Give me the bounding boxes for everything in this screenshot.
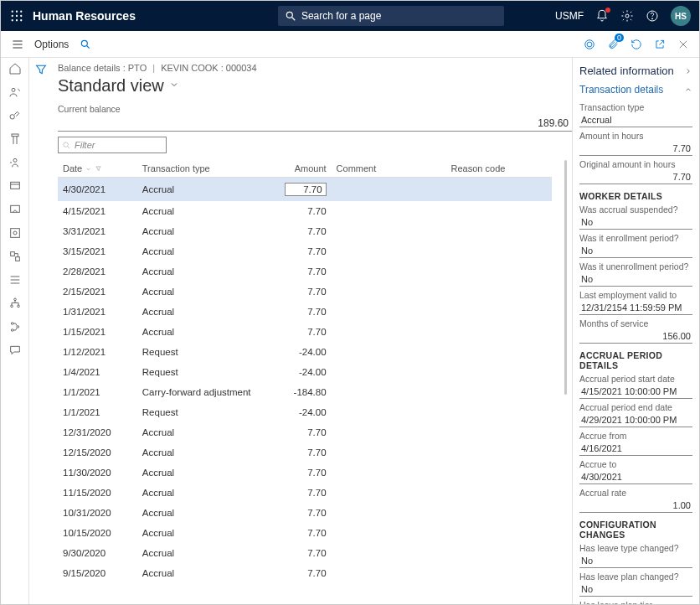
cell-date: 4/15/2021 <box>58 201 137 221</box>
svg-rect-29 <box>10 229 19 238</box>
cell-date: 11/15/2020 <box>58 483 137 503</box>
global-search-input[interactable]: Search for a page <box>278 6 504 26</box>
label-transaction-type: Transaction type <box>579 102 692 112</box>
cell-type: Accrual <box>137 322 270 342</box>
filter-pane-toggle[interactable] <box>29 58 53 604</box>
cell-comment <box>332 463 446 483</box>
nav-task-icon[interactable] <box>8 319 23 334</box>
col-transaction-type[interactable]: Transaction type <box>137 160 270 178</box>
page-title-row: Standard view <box>58 76 572 96</box>
cell-amount: 7.70 <box>270 563 332 583</box>
table-row[interactable]: 11/30/2020Accrual7.70 <box>58 463 552 483</box>
table-row[interactable]: 4/15/2021Accrual7.70 <box>58 201 552 221</box>
cell-type: Request <box>137 342 270 362</box>
table-row[interactable]: 4/30/2021Accrual7.70 <box>58 178 552 202</box>
current-balance-value: 189.60 <box>58 116 572 132</box>
nav-org-icon[interactable] <box>8 296 23 311</box>
cell-comment <box>332 282 446 302</box>
transactions-grid: Date Transaction type Amount Comment Rea… <box>58 160 552 583</box>
nav-list-icon[interactable] <box>8 272 23 287</box>
cell-amount: -24.00 <box>270 362 332 382</box>
company-code[interactable]: USMF <box>555 10 584 22</box>
nav-benefits-icon[interactable] <box>8 132 23 147</box>
cell-comment <box>332 342 446 362</box>
table-row[interactable]: 1/15/2021Accrual7.70 <box>58 322 552 342</box>
table-row[interactable]: 1/1/2021Request-24.00 <box>58 402 552 422</box>
svg-line-43 <box>68 146 69 147</box>
table-row[interactable]: 11/15/2020Accrual7.70 <box>58 483 552 503</box>
cell-type: Accrual <box>137 422 270 442</box>
hamburger-icon[interactable] <box>9 36 26 53</box>
table-row[interactable]: 10/15/2020Accrual7.70 <box>58 523 552 543</box>
action-pane: Options 0 <box>1 31 699 58</box>
table-row[interactable]: 1/1/2021Carry-forward adjustment-184.80 <box>58 382 552 402</box>
table-row[interactable]: 12/15/2020Accrual7.70 <box>58 442 552 463</box>
table-row[interactable]: 3/31/2021Accrual7.70 <box>58 221 552 241</box>
label-ap-start: Accrual period start date <box>579 374 692 384</box>
attachments-icon[interactable]: 0 <box>605 37 620 52</box>
transaction-details-section[interactable]: Transaction details <box>579 82 692 99</box>
related-info-header[interactable]: Related information <box>579 63 692 82</box>
label-orig-amount: Original amount in hours <box>579 159 692 169</box>
nav-leave-icon[interactable] <box>8 155 23 170</box>
col-reason[interactable]: Reason code <box>446 160 552 178</box>
value-ap-end: 4/29/2021 10:00:00 PM <box>579 413 692 427</box>
close-icon[interactable] <box>676 37 691 52</box>
table-row[interactable]: 12/31/2020Accrual7.70 <box>58 422 552 442</box>
cell-type: Request <box>137 402 270 422</box>
options-tab[interactable]: Options <box>34 39 69 50</box>
table-row[interactable]: 1/12/2021Request-24.00 <box>58 342 552 362</box>
svg-point-40 <box>11 329 13 332</box>
svg-point-38 <box>17 305 19 308</box>
table-row[interactable]: 1/4/2021Request-24.00 <box>58 362 552 382</box>
gear-icon[interactable] <box>620 9 634 23</box>
nav-personnel-icon[interactable] <box>8 85 23 100</box>
col-amount[interactable]: Amount <box>270 160 332 178</box>
cell-reason <box>446 302 552 322</box>
cell-comment <box>332 221 446 241</box>
nav-home-icon[interactable] <box>8 61 23 76</box>
svg-point-26 <box>13 158 17 162</box>
nav-links-icon[interactable] <box>8 249 23 264</box>
help-icon[interactable] <box>646 9 659 23</box>
cell-reason <box>446 282 552 302</box>
table-row[interactable]: 9/15/2020Accrual7.70 <box>58 563 552 583</box>
cell-reason <box>446 362 552 382</box>
refresh-icon[interactable] <box>629 37 644 52</box>
user-avatar[interactable]: HS <box>671 6 691 26</box>
cell-amount: 7.70 <box>270 442 332 463</box>
cell-date: 11/30/2020 <box>58 463 137 483</box>
table-row[interactable]: 3/15/2021Accrual7.70 <box>58 241 552 261</box>
chevron-right-icon <box>684 67 692 75</box>
col-date[interactable]: Date <box>58 160 137 178</box>
table-row[interactable]: 2/28/2021Accrual7.70 <box>58 261 552 282</box>
app-title: Human Resources <box>33 9 136 23</box>
chevron-down-icon[interactable] <box>169 80 179 92</box>
nav-performance-icon[interactable] <box>8 202 23 217</box>
cell-date: 12/15/2020 <box>58 442 137 463</box>
app-launcher-icon[interactable] <box>9 8 24 23</box>
scrollbar[interactable] <box>564 160 567 395</box>
nav-compensation-icon[interactable] <box>8 108 23 123</box>
nav-learning-icon[interactable] <box>8 178 23 194</box>
action-search-icon[interactable] <box>77 36 94 53</box>
value-transaction-type: Accrual <box>579 113 692 127</box>
table-row[interactable]: 9/30/2020Accrual7.70 <box>58 543 552 563</box>
svg-point-4 <box>16 15 18 17</box>
pin-icon[interactable] <box>582 37 597 52</box>
popout-icon[interactable] <box>652 37 667 52</box>
transactions-grid-wrap: Date Transaction type Amount Comment Rea… <box>58 160 572 604</box>
table-row[interactable]: 10/31/2020Accrual7.70 <box>58 503 552 523</box>
table-row[interactable]: 1/31/2021Accrual7.70 <box>58 302 552 322</box>
cell-comment <box>332 503 446 523</box>
grid-quick-filter[interactable]: Filter <box>58 137 167 153</box>
nav-feedback-icon[interactable] <box>8 343 23 358</box>
bell-icon[interactable] <box>595 9 609 23</box>
col-comment[interactable]: Comment <box>332 160 446 178</box>
label-was-unenroll: Was it unenrollment period? <box>579 261 692 271</box>
nav-recruit-icon[interactable] <box>8 225 23 240</box>
value-was-unenroll: No <box>579 272 692 287</box>
page-title: Standard view <box>58 76 164 96</box>
svg-line-10 <box>292 18 296 21</box>
table-row[interactable]: 2/15/2021Accrual7.70 <box>58 282 552 302</box>
